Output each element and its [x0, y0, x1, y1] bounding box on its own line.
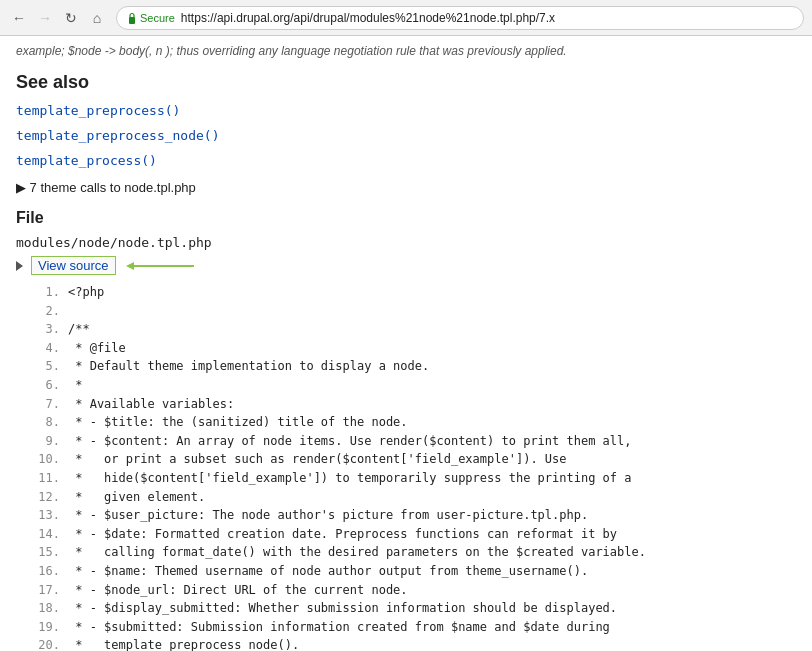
code-line: 13. * - $user_picture: The node author's… — [36, 506, 796, 525]
line-number: 13. — [36, 506, 68, 525]
line-content: * Available variables: — [68, 395, 234, 414]
code-line: 4. * @file — [36, 339, 796, 358]
see-also-link-2[interactable]: template_preprocess_node() — [16, 128, 796, 143]
line-number: 1. — [36, 283, 68, 302]
nav-buttons: ← → ↻ ⌂ — [8, 7, 108, 29]
line-number: 10. — [36, 450, 68, 469]
url-text: https://api.drupal.org/api/drupal/module… — [181, 11, 555, 25]
line-number: 9. — [36, 432, 68, 451]
file-path: modules/node/node.tpl.php — [16, 235, 796, 250]
arrow-annotation — [124, 257, 204, 275]
code-line: 3./** — [36, 320, 796, 339]
line-content: * or print a subset such as render($cont… — [68, 450, 567, 469]
page-content: example; $node -> body(, n ); thus overr… — [0, 36, 812, 651]
line-content: * - $display_submitted: Whether submissi… — [68, 599, 617, 618]
file-heading: File — [16, 209, 796, 227]
line-content: * Default theme implementation to displa… — [68, 357, 429, 376]
svg-marker-2 — [126, 262, 134, 270]
line-content: * - $date: Formatted creation date. Prep… — [68, 525, 617, 544]
code-line: 6. * — [36, 376, 796, 395]
code-line: 5. * Default theme implementation to dis… — [36, 357, 796, 376]
home-button[interactable]: ⌂ — [86, 7, 108, 29]
line-content: <?php — [68, 283, 104, 302]
code-line: 18. * - $display_submitted: Whether subm… — [36, 599, 796, 618]
line-number: 2. — [36, 302, 68, 321]
line-content: * — [68, 376, 82, 395]
line-content: * - $node_url: Direct URL of the current… — [68, 581, 408, 600]
top-bar-text: example; $node -> body(, n ); thus overr… — [16, 44, 796, 58]
see-also-link-1[interactable]: template_preprocess() — [16, 103, 796, 118]
browser-chrome: ← → ↻ ⌂ Secure https://api.drupal.org/ap… — [0, 0, 812, 36]
line-number: 3. — [36, 320, 68, 339]
see-also-heading: See also — [16, 72, 796, 93]
line-content: * given element. — [68, 488, 205, 507]
code-line: 15. * calling format_date() with the des… — [36, 543, 796, 562]
secure-icon: Secure — [127, 12, 175, 24]
line-number: 4. — [36, 339, 68, 358]
view-source-link[interactable]: View source — [31, 256, 116, 275]
forward-button[interactable]: → — [34, 7, 56, 29]
line-number: 20. — [36, 636, 68, 651]
code-line: 7. * Available variables: — [36, 395, 796, 414]
code-line: 16. * - $name: Themed username of node a… — [36, 562, 796, 581]
code-line: 14. * - $date: Formatted creation date. … — [36, 525, 796, 544]
reload-button[interactable]: ↻ — [60, 7, 82, 29]
line-number: 15. — [36, 543, 68, 562]
address-bar[interactable]: Secure https://api.drupal.org/api/drupal… — [116, 6, 804, 30]
line-number: 14. — [36, 525, 68, 544]
code-line: 20. * template_preprocess_node(). — [36, 636, 796, 651]
code-line: 1.<?php — [36, 283, 796, 302]
code-line: 12. * given element. — [36, 488, 796, 507]
code-line: 8. * - $title: the (sanitized) title of … — [36, 413, 796, 432]
see-also-section: See also template_preprocess() template_… — [16, 72, 796, 168]
line-content: * @file — [68, 339, 126, 358]
line-content: * calling format_date() with the desired… — [68, 543, 646, 562]
code-line: 17. * - $node_url: Direct URL of the cur… — [36, 581, 796, 600]
line-content: * template_preprocess_node(). — [68, 636, 299, 651]
line-content: * - $name: Themed username of node autho… — [68, 562, 588, 581]
toggle-triangle-icon[interactable] — [16, 261, 23, 271]
file-section: File modules/node/node.tpl.php View sour… — [16, 209, 796, 651]
code-line: 11. * hide($content['field_example']) to… — [36, 469, 796, 488]
line-content: * - $content: An array of node items. Us… — [68, 432, 632, 451]
code-line: 2. — [36, 302, 796, 321]
line-content: * - $submitted: Submission information c… — [68, 618, 610, 637]
line-number: 16. — [36, 562, 68, 581]
line-content: /** — [68, 320, 90, 339]
secure-label: Secure — [140, 12, 175, 24]
line-number: 7. — [36, 395, 68, 414]
code-block: 1.<?php2.3./**4. * @file5. * Default the… — [36, 283, 796, 651]
line-content: * - $user_picture: The node author's pic… — [68, 506, 588, 525]
line-number: 5. — [36, 357, 68, 376]
line-number: 12. — [36, 488, 68, 507]
see-also-link-3[interactable]: template_process() — [16, 153, 796, 168]
theme-calls-text: ▶ 7 theme calls to node.tpl.php — [16, 180, 196, 195]
line-number: 19. — [36, 618, 68, 637]
code-line: 19. * - $submitted: Submission informati… — [36, 618, 796, 637]
view-source-container: View source — [16, 256, 796, 275]
code-line: 9. * - $content: An array of node items.… — [36, 432, 796, 451]
line-number: 17. — [36, 581, 68, 600]
theme-calls: ▶ 7 theme calls to node.tpl.php — [16, 180, 796, 195]
line-number: 6. — [36, 376, 68, 395]
line-content: * hide($content['field_example']) to tem… — [68, 469, 632, 488]
code-line: 10. * or print a subset such as render($… — [36, 450, 796, 469]
line-number: 8. — [36, 413, 68, 432]
svg-rect-0 — [129, 17, 135, 24]
back-button[interactable]: ← — [8, 7, 30, 29]
line-number: 11. — [36, 469, 68, 488]
line-content: * - $title: the (sanitized) title of the… — [68, 413, 408, 432]
line-number: 18. — [36, 599, 68, 618]
